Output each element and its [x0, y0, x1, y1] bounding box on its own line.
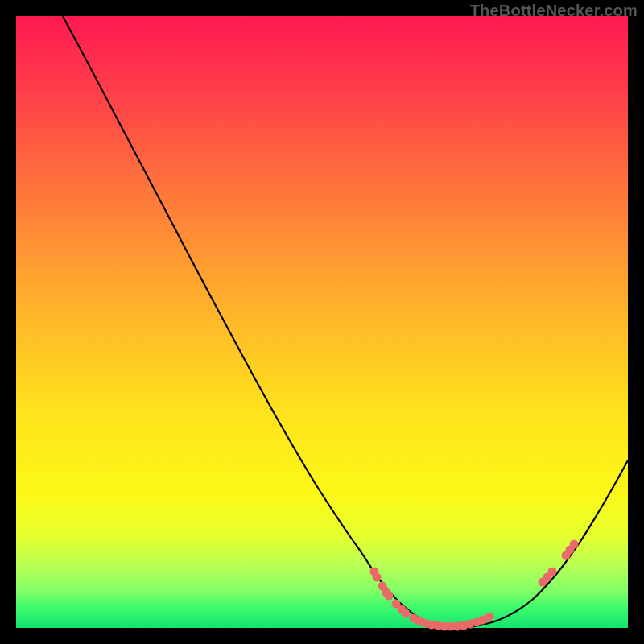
bottleneck-chart: [16, 16, 628, 628]
bottleneck-curve: [63, 16, 628, 627]
data-point: [385, 592, 394, 601]
attribution-text: TheBottleNecker.com: [470, 2, 638, 20]
data-point: [402, 609, 411, 618]
data-point: [548, 568, 557, 576]
data-point: [373, 573, 382, 582]
data-point: [485, 613, 494, 621]
data-point: [570, 540, 579, 549]
